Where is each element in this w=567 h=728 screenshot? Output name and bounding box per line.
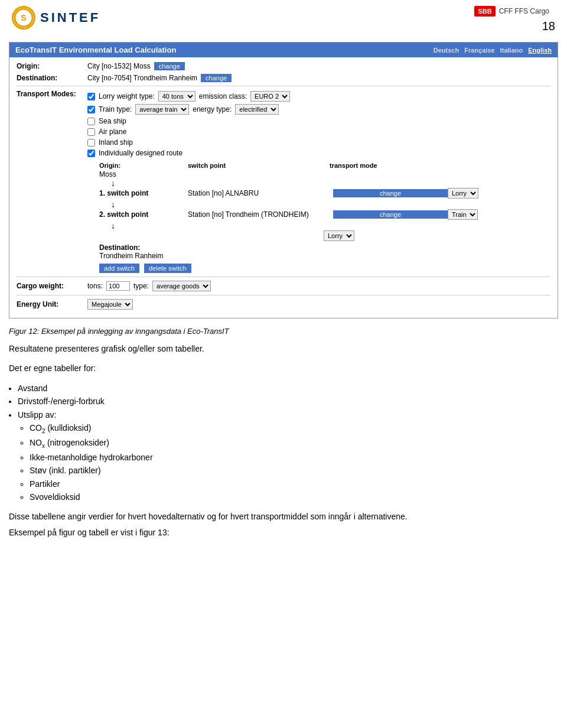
sub-bullet-hydro: Ikke-metanholdige hydrokarboner	[30, 451, 558, 464]
sea-ship-label: Sea ship	[99, 117, 126, 125]
air-plane-label: Air plane	[99, 128, 126, 136]
sintef-label: SINTEF	[40, 10, 100, 25]
destination-row: Destination: City [no-7054] Trondheim Ra…	[17, 74, 550, 82]
transport-modes-label: Transport Modes:	[17, 90, 87, 98]
eco-form-header: EcoTransIT Environmental Load Calculatio…	[9, 43, 558, 57]
individually-checkbox[interactable]	[87, 150, 95, 157]
eco-form-title: EcoTransIT Environmental Load Calculatio…	[15, 46, 176, 54]
switch2-label: 2. switch point	[99, 210, 188, 219]
train-type-label: Train type:	[99, 105, 132, 113]
origin-value: City [no-1532] Moss	[87, 62, 151, 70]
route-col-origin: Origin:	[99, 162, 188, 169]
sub-bullet-list: CO2 (kulldioksid) NOx (nitrogenoksider) …	[18, 421, 558, 503]
origin-row: Origin: City [no-1532] Moss change	[17, 62, 550, 70]
switch2-mode-select[interactable]: Train	[448, 209, 478, 220]
sbb-logo: SBB CFF FFS Cargo	[474, 6, 549, 17]
train-energy-label: energy type:	[193, 105, 232, 113]
caption-text: Figur 12: Eksempel på innlegging av inng…	[9, 327, 229, 336]
lorry-emission-select[interactable]: EURO 2	[250, 91, 290, 102]
lang-italiano[interactable]: Italiano	[500, 47, 523, 54]
air-plane-checkbox[interactable]	[87, 128, 95, 136]
route-destination-city-row: Trondheim Ranheim	[99, 252, 478, 260]
route-destination-city: Trondheim Ranheim	[99, 252, 188, 260]
energy-unit-row: Energy Unit: Megajoule	[17, 299, 550, 310]
det-er-paragraph: Det er egne tabeller for:	[9, 362, 558, 375]
energy-unit-select[interactable]: Megajoule	[87, 299, 133, 310]
sea-ship-row: Sea ship	[87, 117, 478, 125]
switch1-mode-select[interactable]: Lorry	[448, 188, 478, 199]
route-destination-row: Destination:	[99, 243, 478, 252]
origin-label: Origin:	[17, 62, 87, 70]
language-bar: Deutsch Française Italiano English	[430, 47, 552, 54]
bullet-avstand: Avstand	[18, 382, 558, 395]
lorry-after-switch2-row: Lorry	[324, 230, 478, 241]
eco-form-body: Origin: City [no-1532] Moss change Desti…	[9, 57, 558, 318]
cargo-tons-input[interactable]	[106, 281, 130, 291]
switch2-change-button[interactable]: change	[333, 210, 448, 219]
inland-ship-checkbox[interactable]	[87, 139, 95, 147]
switch-buttons: add switch delete switch	[99, 264, 478, 273]
bullet-utslipp: Utslipp av: CO2 (kulldioksid) NOx (nitro…	[18, 408, 558, 504]
sbb-text: CFF FFS Cargo	[499, 7, 549, 15]
inland-ship-label: Inland ship	[99, 138, 133, 147]
switch1-change-button[interactable]: change	[333, 189, 448, 197]
route-origin-city: Moss	[99, 170, 188, 178]
arrow-down-2: ↓	[111, 200, 478, 209]
lorry-type-label: Lorry weight type:	[99, 92, 155, 100]
sub-bullet-stov: Støv (inkl. partikler)	[30, 464, 558, 477]
footer-text: Disse tabellene angir verdier for hvert …	[9, 511, 558, 539]
individually-label: Individually designed route	[99, 149, 183, 157]
air-plane-row: Air plane	[87, 128, 478, 136]
route-col-mode: transport mode	[330, 162, 478, 169]
inland-ship-row: Inland ship	[87, 138, 478, 147]
lorry-after-switch2-select[interactable]: Lorry	[324, 230, 354, 241]
sea-ship-checkbox[interactable]	[87, 118, 95, 125]
energy-unit-label: Energy Unit:	[17, 300, 87, 308]
lorry-row: Lorry weight type: 40 tons emission clas…	[87, 91, 478, 102]
lang-deutsch[interactable]: Deutsch	[434, 47, 459, 54]
cargo-type-select[interactable]: average goods	[152, 281, 211, 291]
route-destination-label: Destination:	[99, 243, 188, 252]
intro-text: Resultatene presenteres grafisk og/eller…	[9, 343, 558, 355]
switch-point-2-row: 2. switch point Station [no] Trondheim (…	[99, 209, 478, 220]
footer2-paragraph: Eksempel på figur og tabell er vist i fi…	[9, 526, 558, 539]
page-header-right: SBB CFF FFS Cargo 18	[474, 6, 555, 33]
origin-change-button[interactable]: change	[154, 62, 185, 70]
add-switch-button[interactable]: add switch	[99, 264, 139, 273]
route-origin-row: Moss	[99, 170, 478, 178]
destination-value: City [no-7054] Trondheim Ranheim	[87, 74, 197, 82]
switch2-mode-cell: Train	[448, 209, 478, 220]
route-table: Origin: switch point transport mode Moss…	[99, 162, 478, 273]
cargo-tons-label: tons:	[87, 282, 103, 290]
train-type-select[interactable]: average train	[135, 104, 189, 115]
delete-switch-button[interactable]: delete switch	[144, 264, 191, 273]
sub-bullet-co2: CO2 (kulldioksid)	[30, 421, 558, 436]
page-number: 18	[542, 20, 555, 33]
destination-label: Destination:	[17, 74, 87, 82]
arrow-down-3: ↓	[111, 221, 478, 230]
sintef-logo: S SINTEF	[12, 6, 100, 30]
transport-modes-section: Lorry weight type: 40 tons emission clas…	[87, 91, 478, 273]
bullet-list: Avstand Drivstoff-/energi-forbruk Utslip…	[18, 382, 558, 503]
switch1-station: Station [no] ALNABRU	[188, 189, 330, 197]
destination-change-button[interactable]: change	[201, 74, 232, 82]
transport-modes-row: Transport Modes: Lorry weight type: 40 t…	[17, 90, 550, 273]
individually-row: Individually designed route	[87, 149, 478, 157]
lang-francaise[interactable]: Française	[464, 47, 494, 54]
sub-bullet-partikler: Partikler	[30, 477, 558, 490]
route-col-switch: switch point	[188, 162, 330, 169]
sub-bullet-nox: NOx (nitrogenoksider)	[30, 436, 558, 451]
train-checkbox[interactable]	[87, 106, 95, 113]
lorry-weight-select[interactable]: 40 tons	[158, 91, 195, 102]
train-row: Train type: average train energy type: e…	[87, 104, 478, 115]
bullet-drivstoff: Drivstoff-/energi-forbruk	[18, 395, 558, 408]
lorry-checkbox[interactable]	[87, 93, 95, 100]
eco-form-container: EcoTransIT Environmental Load Calculatio…	[9, 42, 558, 318]
arrow-down-1: ↓	[111, 178, 478, 188]
route-table-header: Origin: switch point transport mode	[99, 162, 478, 170]
figure-caption: Figur 12: Eksempel på innlegging av inng…	[9, 327, 558, 336]
lang-english[interactable]: English	[528, 47, 552, 54]
cargo-type-label: type:	[133, 282, 149, 290]
intro-paragraph: Resultatene presenteres grafisk og/eller…	[9, 343, 558, 355]
train-energy-select[interactable]: electrified	[235, 104, 279, 115]
